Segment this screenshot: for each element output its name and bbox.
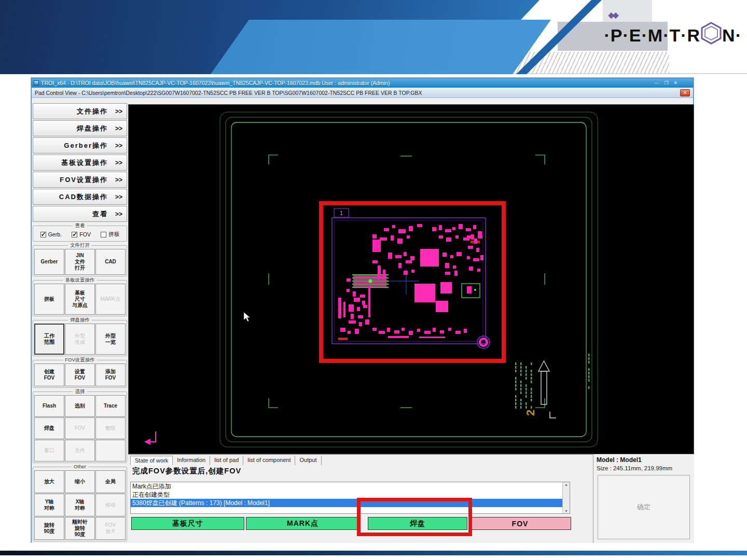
sort-button[interactable]: 选别: [65, 395, 95, 417]
flash-button[interactable]: Flash: [34, 395, 64, 417]
board-index-label: 1: [340, 211, 343, 216]
pad-control-close-button[interactable]: ✕: [680, 89, 690, 96]
group-title: 显示: [73, 542, 87, 543]
tab-output[interactable]: Output: [295, 456, 321, 465]
tab-list-of-pad[interactable]: list of pad: [210, 456, 243, 465]
pad-control-view-titlebar[interactable]: Pad Control View - C:\Users\pemtron\Desk…: [32, 88, 693, 98]
move-button: 移动: [95, 494, 126, 516]
sidebar-item-view[interactable]: 查看 >>: [33, 206, 127, 222]
log-row-selected[interactable]: 5380焊盘已创建 (Patterns : 173) [Model : Mode…: [131, 499, 570, 507]
component-select-button: 元件: [65, 440, 95, 461]
checkbox-box[interactable]: [72, 232, 77, 237]
window-title: TROI_x64 - D:\TROI data\JOB\huawei\TN825…: [41, 80, 654, 86]
chevron-right-icon: >>: [115, 142, 122, 149]
sidebar-item-file-operation[interactable]: 文件操作 >>: [33, 103, 127, 119]
panel-frame-inner: [231, 122, 586, 437]
create-fov-button[interactable]: 创建 FOV: [34, 363, 64, 386]
board-size-step-button[interactable]: 基板尺寸: [131, 517, 244, 530]
board-info-text: [515, 362, 532, 409]
checkbox-label: Gerb.: [48, 231, 62, 237]
fit-all-button[interactable]: 全局: [95, 470, 126, 493]
scroll-up-icon[interactable]: ▲: [564, 483, 568, 486]
fov-step-button[interactable]: FOV: [469, 517, 571, 530]
gerber-drawing: 2 1: [129, 105, 694, 454]
logo-cubes-icon: ◆◆: [608, 10, 617, 20]
close-icon[interactable]: ✕: [673, 80, 677, 86]
chevron-right-icon: >>: [115, 108, 122, 115]
sidebar-item-gerber-operation[interactable]: Gerber操作 >>: [33, 137, 127, 153]
chevron-right-icon: >>: [115, 193, 122, 201]
model-info-panel: Model : Model1 Size : 245.11mm, 219.99mm…: [593, 454, 694, 543]
zoom-out-button[interactable]: 缩小: [65, 470, 95, 493]
confirm-button[interactable]: 确定: [598, 475, 690, 539]
rotate-cw-90-button[interactable]: 顺时针 旋转 90度: [65, 517, 95, 540]
other-group: Other 放大 缩小 全局 Y轴 对称 X轴 对称 移动 旋转 90度 顺时针…: [33, 467, 127, 541]
group-title: 查看: [73, 222, 87, 229]
component-outline: [462, 284, 480, 298]
window-controls: — ❐ ✕: [654, 80, 677, 86]
mark-point-step-button[interactable]: MARK点: [246, 517, 359, 530]
checkbox-gerb[interactable]: Gerb.: [40, 231, 62, 237]
window-titlebar[interactable]: TROI_x64 - D:\TROI data\JOB\huawei\TN825…: [32, 78, 693, 88]
log-scrollbar[interactable]: ▲ ▼: [562, 482, 570, 513]
pemtron-logo: ◆◆ ·P·E·M·T·R N·: [604, 22, 742, 49]
rotate-90-button[interactable]: 旋转 90度: [34, 517, 64, 540]
set-fov-button[interactable]: 设置 FOV: [65, 363, 95, 386]
maximize-icon[interactable]: ❐: [664, 80, 668, 86]
scroll-down-icon[interactable]: ▼: [564, 509, 568, 513]
mark-donut: [477, 336, 490, 348]
board-size-origin-button[interactable]: 基板 尺寸 与原点: [65, 284, 95, 315]
sidebar-item-cad-data[interactable]: CAD数据操作 >>: [33, 189, 127, 205]
fov-zoom-button: FOV 放大: [95, 517, 126, 540]
pad-control-view-title: Pad Control View - C:\Users\pemtron\Desk…: [35, 90, 680, 96]
mirror-x-button[interactable]: X轴 对称: [65, 494, 95, 516]
panel-corner-mark: [550, 412, 556, 418]
sidebar-item-fov-setting[interactable]: FOV设置操作 >>: [33, 172, 127, 188]
group-title: 基板设置操作: [63, 277, 97, 284]
log-row[interactable]: 正在创建类型: [131, 491, 570, 499]
zoom-in-button[interactable]: 放大: [34, 470, 64, 493]
work-log-list[interactable]: Mark点已添加 正在创建类型 5380焊盘已创建 (Patterns : 17…: [130, 482, 570, 514]
tab-state-of-work[interactable]: State of work: [130, 456, 173, 465]
cad-open-button[interactable]: CAD: [95, 249, 126, 275]
view-checkbox-group: 查看 Gerb. FOV 拼板: [33, 226, 127, 242]
sidebar-item-board-setting[interactable]: 基板设置操作 >>: [33, 155, 127, 171]
gerber-canvas[interactable]: 2 1: [128, 104, 694, 454]
panelize-button[interactable]: 拼板: [34, 284, 64, 315]
model-name: Model : Model1: [597, 456, 691, 464]
checkbox-fov[interactable]: FOV: [72, 231, 91, 237]
menu-label: 文件操作: [77, 107, 108, 116]
group-title: 选择: [73, 388, 87, 395]
panel-number-label: 2: [524, 410, 537, 416]
panel-up-arrow-icon: [538, 361, 549, 404]
log-row[interactable]: Mark点已添加: [131, 482, 570, 491]
work-range-button[interactable]: 工作 范围: [34, 324, 64, 355]
pad-select-button[interactable]: 焊盘: [34, 417, 64, 439]
minimize-icon[interactable]: —: [654, 80, 659, 86]
checkbox-box[interactable]: [40, 232, 46, 237]
window-select-button: 窗口: [34, 440, 64, 461]
instruction-heading: 完成FOV参数设置后,创建FOV: [132, 466, 241, 476]
app-icon: [34, 80, 39, 86]
checkbox-panel[interactable]: 拼板: [101, 231, 119, 238]
group-select-button: 整组: [95, 417, 126, 439]
jin-file-open-button[interactable]: JIN 文件 打开: [65, 249, 95, 275]
gerber-open-button[interactable]: Gerber: [34, 249, 64, 275]
add-fov-button[interactable]: 添加 FOV: [95, 363, 126, 386]
annotation-red-box-pad-button: [357, 498, 472, 536]
menu-label: CAD数据操作: [59, 192, 108, 202]
mirror-y-button[interactable]: Y轴 对称: [34, 494, 64, 516]
board-setting-group: 基板设置操作 拼板 基板 尺寸 与原点 MARK点: [33, 280, 127, 316]
fov-select-button: FOV: [65, 417, 95, 439]
sidebar-item-pad-operation[interactable]: 焊盘操作 >>: [33, 120, 127, 136]
sidebar: 文件操作 >> 焊盘操作 >> Gerber操作 >> 基板设置操作 >> FO…: [32, 102, 128, 543]
tab-information[interactable]: Information: [173, 456, 210, 465]
menu-label: Gerber操作: [64, 141, 108, 150]
checkbox-box[interactable]: [101, 232, 106, 237]
trace-button[interactable]: Trace: [95, 395, 126, 417]
shape-generate-button: 外型 生成: [65, 324, 95, 355]
menu-label: 查看: [92, 209, 108, 219]
tab-list-of-component[interactable]: list of component: [243, 456, 295, 465]
shape-list-button[interactable]: 外型 一览: [95, 324, 126, 355]
chevron-right-icon: >>: [115, 125, 122, 132]
